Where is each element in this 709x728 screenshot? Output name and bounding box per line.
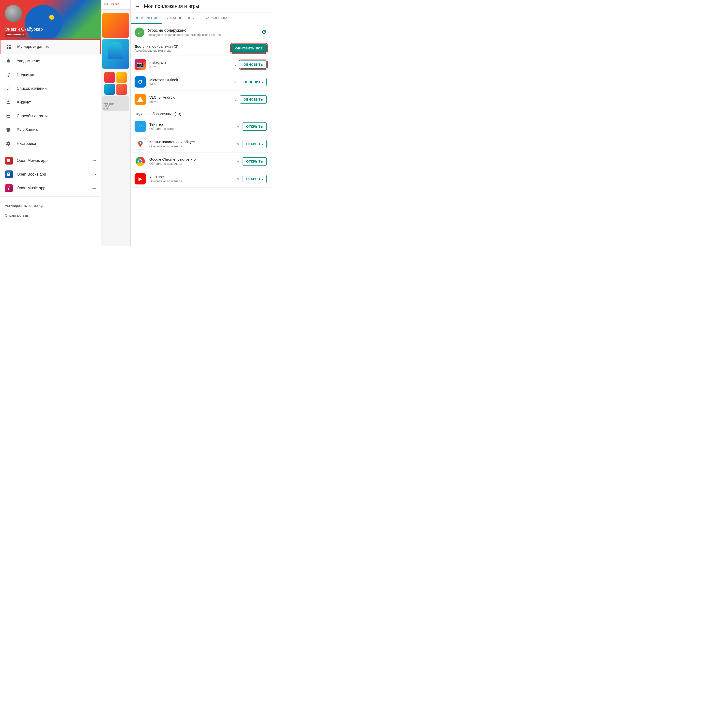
instagram-chevron[interactable]: ∨: [234, 62, 237, 67]
middle-content: ЕЩЁ ЕЩЁ Yand lister 289.00 ЕЩЁ: [101, 10, 130, 114]
chrome-open-button[interactable]: ОТКРЫТЬ: [242, 157, 267, 166]
vlc-chevron[interactable]: ∨: [234, 97, 237, 102]
sidebar-item-wishlist[interactable]: Список желаний: [0, 82, 101, 95]
settings-label: Настройки: [17, 141, 36, 146]
chrome-name: Google Chrome: быстрый б: [149, 157, 237, 161]
svg-rect-1: [9, 45, 11, 46]
person-icon: [5, 99, 12, 106]
instagram-info: Instagram 31 МБ: [149, 60, 234, 68]
middle-panel: KS MUSIC ЕЩЁ ЕЩЁ Yand lister 289.00 ЕЩЁ: [101, 0, 130, 246]
movies-icon: [5, 157, 13, 165]
youtube-icon: ▶: [134, 173, 146, 185]
books-arrow-icon: ⇒: [92, 172, 96, 177]
vlc-update-button[interactable]: ОБНОВИТЬ: [240, 95, 267, 103]
recent-section-title: Недавно обновленные (13): [131, 108, 271, 118]
youtube-open-button[interactable]: ОТКРЫТЬ: [242, 175, 267, 183]
security-shield-icon: [134, 28, 144, 37]
notifications-label: Уведомления: [17, 59, 41, 63]
movies-arrow-icon: ⇒: [92, 158, 96, 163]
tab-updates[interactable]: ОБНОВЛЕНИЯ: [131, 13, 162, 24]
outlook-chevron[interactable]: ∨: [234, 80, 237, 84]
youtube-info: YouTube Обновлено позавчера: [149, 175, 237, 183]
chrome-icon: [134, 156, 146, 167]
yellow-dot: [49, 15, 54, 20]
refresh-button[interactable]: [261, 29, 267, 36]
sidebar: Энакин Скайуокер ••••••••••••••• My apps…: [0, 0, 101, 246]
maps-open-button[interactable]: ОТКРЫТЬ: [242, 140, 267, 148]
sidebar-item-notifications[interactable]: Уведомления: [0, 54, 101, 68]
chrome-chevron[interactable]: ∨: [237, 159, 239, 164]
movies-app-label: Open Movies app: [17, 159, 92, 163]
svg-rect-2: [7, 47, 8, 49]
more-label: ЕЩЁ: [103, 65, 108, 68]
sidebar-item-my-apps[interactable]: My apps & games: [0, 39, 101, 54]
outlook-update-button[interactable]: ОБНОВИТЬ: [240, 78, 267, 86]
updates-info: Доступны обновления (3) Автообновление в…: [134, 44, 231, 52]
middle-card-1: [102, 13, 129, 38]
middle-tabs: KS MUSIC: [101, 0, 130, 10]
instagram-size: 31 МБ: [149, 65, 234, 68]
music-arrow-icon: ⇒: [92, 185, 96, 191]
sidebar-item-movies[interactable]: Open Movies app ⇒: [0, 154, 101, 167]
security-subtitle: Последнее сканирование приложений: вчера…: [148, 33, 261, 36]
outlook-icon: Ο: [134, 76, 146, 87]
account-label: Аккаунт: [17, 100, 31, 105]
vlc-name: VLC for Android: [149, 95, 234, 99]
vlc-icon: [134, 94, 146, 105]
tab-music[interactable]: MUSIC: [109, 0, 121, 9]
youtube-chevron[interactable]: ∨: [237, 176, 239, 181]
maps-icon: [134, 138, 146, 150]
maps-name: Карты: навигация и общес: [149, 140, 237, 144]
shield-icon: [5, 127, 12, 133]
sidebar-header: Энакин Скайуокер •••••••••••••••: [0, 0, 101, 39]
youtube-name: YouTube: [149, 175, 237, 179]
app-row-outlook: Ο Microsoft Outlook 34 МБ ∨ ОБНОВИТЬ: [131, 73, 271, 91]
sidebar-footer: Активировать промокод Справка/отзыв: [0, 198, 101, 223]
sidebar-item-music[interactable]: Open Music app ⇒: [0, 181, 101, 195]
help-item[interactable]: Справка/отзыв: [5, 211, 96, 220]
middle-card-3: ЕЩЁ: [102, 70, 129, 95]
twitter-open-button[interactable]: ОТКРЫТЬ: [242, 122, 267, 131]
update-all-button[interactable]: ОБНОВИТЬ ВСЕ: [231, 44, 267, 52]
tab-installed[interactable]: УСТАНОВЛЕННЫЕ: [162, 13, 201, 24]
sidebar-item-settings[interactable]: Настройки: [0, 137, 101, 150]
instagram-name: Instagram: [149, 60, 234, 64]
back-button[interactable]: ←: [134, 4, 140, 9]
youtube-updated: Обновлено позавчера: [149, 179, 237, 183]
payment-label: Способы оплаты: [17, 114, 48, 118]
maps-chevron[interactable]: ∨: [237, 142, 239, 146]
avatar: [5, 5, 22, 22]
twitter-chevron[interactable]: ∨: [237, 124, 239, 129]
app-row-twitter: 🐦 Твиттер Обновлено вчера ∨ ОТКРЫТЬ: [131, 118, 271, 135]
username: Энакин Скайуокер: [5, 27, 43, 32]
app-row-instagram: 📷 Instagram 31 МБ ∨ ОБНОВИТЬ: [131, 56, 271, 73]
twitter-name: Твиттер: [149, 122, 237, 127]
bell-icon: [5, 58, 12, 64]
sidebar-item-account[interactable]: Аккаунт: [0, 95, 101, 109]
sidebar-item-books[interactable]: Open Books app ⇒: [0, 167, 101, 181]
security-text: Угроз не обнаружено Последнее сканирован…: [148, 28, 261, 36]
sidebar-nav: My apps & games Уведомления Подписки Спи…: [0, 39, 101, 246]
right-panel: ← Мои приложения и игры ОБНОВЛЕНИЯ УСТАН…: [130, 0, 271, 246]
subscriptions-label: Подписки: [17, 73, 34, 77]
email-mask: •••••••••••••••: [5, 32, 26, 37]
outlook-info: Microsoft Outlook 34 МБ: [149, 78, 234, 86]
svg-rect-0: [7, 45, 8, 46]
outlook-size: 34 МБ: [149, 82, 234, 86]
middle-card-2: ЕЩЁ: [102, 39, 129, 68]
sidebar-item-subscriptions[interactable]: Подписки: [0, 68, 101, 82]
music-app-label: Open Music app: [17, 186, 92, 190]
chrome-updated: Обновлено позавчера: [149, 162, 237, 166]
instagram-icon: 📷: [134, 59, 146, 70]
instagram-update-button[interactable]: ОБНОВИТЬ: [240, 61, 267, 68]
app-row-vlc: VLC for Android 20 МБ ∨ ОБНОВИТЬ: [131, 91, 271, 108]
updates-title: Доступны обновления (3): [134, 44, 231, 48]
tab-library[interactable]: БИБЛИОТЕКА: [201, 13, 231, 24]
promo-item[interactable]: Активировать промокод: [5, 201, 96, 211]
right-header: ← Мои приложения и игры: [131, 0, 271, 13]
subscriptions-icon: [5, 71, 12, 78]
sidebar-item-payment[interactable]: Способы оплаты: [0, 109, 101, 123]
mini-apps-row: [103, 71, 128, 95]
tab-ks[interactable]: KS: [103, 0, 109, 9]
sidebar-item-play-protect[interactable]: Play Защита: [0, 123, 101, 137]
